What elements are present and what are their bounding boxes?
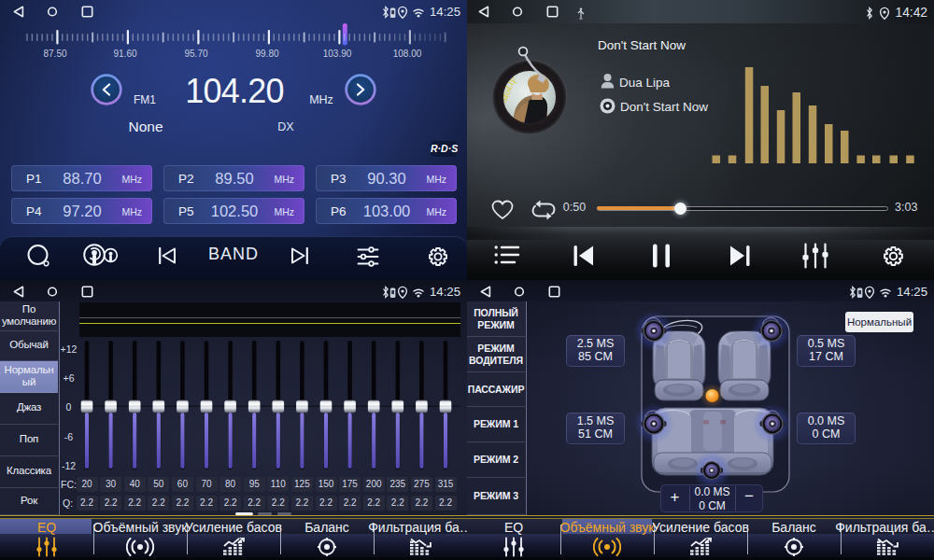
svg-text:14:25: 14:25 <box>430 5 460 19</box>
svg-text:87.50: 87.50 <box>43 49 66 59</box>
svg-text:95.70: 95.70 <box>184 49 207 59</box>
svg-text:99.80: 99.80 <box>255 49 278 59</box>
svg-text:108.00: 108.00 <box>393 49 422 59</box>
svg-text:91.60: 91.60 <box>113 49 136 59</box>
svg-text:103.90: 103.90 <box>323 49 352 59</box>
svg-text:14:42: 14:42 <box>895 6 927 20</box>
